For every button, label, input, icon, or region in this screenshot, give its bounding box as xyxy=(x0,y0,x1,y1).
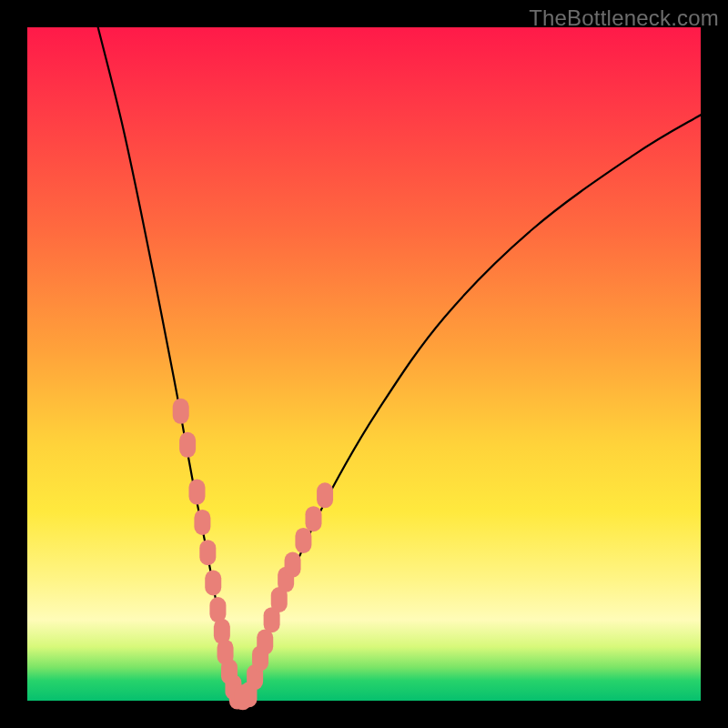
data-marker xyxy=(295,528,311,553)
data-marker xyxy=(205,571,221,596)
data-marker xyxy=(306,506,322,531)
data-marker xyxy=(188,480,205,505)
data-marker xyxy=(257,630,273,655)
bottleneck-curve xyxy=(98,27,701,700)
plot-area xyxy=(27,27,701,701)
data-marker xyxy=(199,540,216,565)
curve-svg xyxy=(27,27,701,701)
data-marker xyxy=(209,597,226,622)
data-marker xyxy=(285,552,301,578)
data-marker xyxy=(179,432,196,458)
data-marker xyxy=(173,399,189,424)
curve-layer xyxy=(98,27,701,700)
marker-layer xyxy=(173,399,333,711)
chart-frame: TheBottleneck.com xyxy=(0,0,728,728)
data-marker xyxy=(194,510,210,535)
data-marker xyxy=(317,482,333,508)
